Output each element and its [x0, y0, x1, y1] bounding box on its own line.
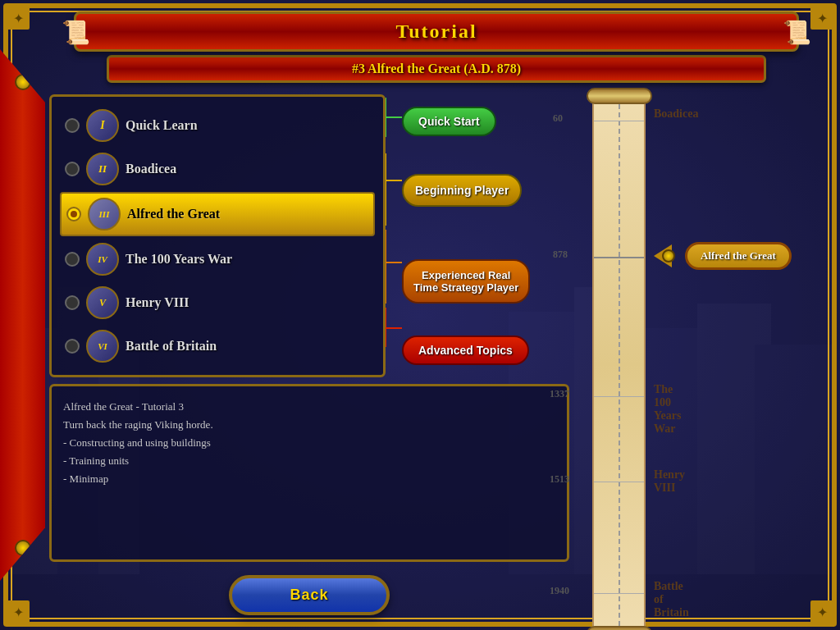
timeline-dotted-line — [619, 96, 620, 630]
btn-experienced[interactable]: Experienced RealTime Strategy Player — [402, 259, 530, 304]
label-quick-learn: Quick Learn — [126, 118, 198, 133]
left-content-area: I Quick Learn II Boadicea III Alfred the… — [49, 94, 569, 622]
tick-878 — [594, 257, 644, 258]
scroll-icon-left: 📜 — [62, 18, 90, 45]
diff-beginning: Beginning Player — [402, 147, 530, 234]
tick-1513 — [594, 482, 644, 482]
radio-boadicea[interactable] — [65, 162, 80, 176]
year-1513: 1513 — [550, 473, 569, 486]
btn-quick-start[interactable]: Quick Start — [402, 107, 496, 136]
year-1337: 1337 — [550, 388, 569, 400]
icon-100years: IV — [86, 243, 119, 276]
diff-experienced: Experienced RealTime Strategy Player — [402, 238, 530, 325]
title-section: 📜 📜 Tutorial #3 Alfred the Great (A.D. 8… — [57, 11, 815, 83]
desc-line-1: Alfred the Great - Tutorial 3 — [63, 400, 184, 413]
name-100years: The 100 Years War — [654, 383, 681, 436]
tutorial-row-2[interactable]: II Boadicea — [60, 148, 375, 189]
diff-quick-start: Quick Start — [402, 99, 530, 144]
icon-alfred: III — [88, 198, 121, 231]
diff-advanced: Advanced Topics — [402, 328, 530, 372]
tutorial-section: I Quick Learn II Boadicea III Alfred the… — [49, 94, 569, 377]
ribbon-decoration — [0, 49, 45, 581]
scroll-roller-top — [587, 88, 652, 104]
corner-tl: ✦ — [7, 7, 30, 30]
bracket-connector — [386, 94, 402, 377]
tick-1337 — [594, 396, 644, 397]
tutorial-row-3[interactable]: III Alfred the Great — [60, 192, 375, 236]
desc-line-4: - Training units — [63, 454, 129, 467]
year-1940: 1940 — [550, 585, 569, 597]
back-button-area: Back — [49, 568, 569, 622]
tutorial-row-1[interactable]: I Quick Learn — [60, 105, 375, 146]
desc-line-2: Turn back the raging Viking horde. — [63, 418, 213, 431]
scroll-parchment — [592, 94, 646, 630]
name-battle: Battle of Britain — [654, 580, 689, 619]
marker-circle-icon — [662, 249, 675, 262]
subtitle-banner: #3 Alfred the Great (A.D. 878) — [107, 55, 766, 83]
timeline-section: 60 878 1337 1513 1940 Boadicea Alfred th… — [584, 94, 830, 622]
year-878: 878 — [553, 249, 568, 261]
alfred-marker-container: Alfred the Great — [654, 242, 792, 270]
radio-alfred[interactable] — [66, 207, 81, 221]
scroll-roller-bottom — [587, 626, 652, 630]
description-text: Alfred the Great - Tutorial 3 Turn back … — [63, 398, 555, 488]
label-alfred: Alfred the Great — [127, 207, 220, 221]
description-box: Alfred the Great - Tutorial 3 Turn back … — [49, 384, 569, 562]
btn-beginning[interactable]: Beginning Player — [402, 174, 522, 207]
radio-quick-learn[interactable] — [65, 118, 80, 133]
tutorial-row-6[interactable]: VI Battle of Britain — [60, 326, 375, 367]
desc-line-3: - Constructing and using buildings — [63, 436, 211, 449]
page-title: Tutorial — [395, 21, 477, 42]
year-60: 60 — [553, 112, 563, 125]
back-button[interactable]: Back — [229, 575, 389, 615]
tutorial-list: I Quick Learn II Boadicea III Alfred the… — [49, 94, 386, 377]
alfred-active-label: Alfred the Great — [685, 242, 792, 270]
icon-boadicea: II — [86, 153, 119, 185]
label-battle: Battle of Britain — [126, 339, 217, 354]
corner-bl: ✦ — [7, 600, 30, 623]
desc-line-5: - Minimap — [63, 472, 108, 485]
scroll-body — [592, 94, 646, 630]
corner-br: ✦ — [810, 600, 833, 623]
arrow-icon — [654, 244, 672, 267]
tutorial-row-4[interactable]: IV The 100 Years War — [60, 239, 375, 280]
icon-quick-learn: I — [86, 109, 119, 142]
label-100years: The 100 Years War — [126, 252, 232, 267]
label-boadicea: Boadicea — [126, 162, 176, 176]
name-boadicea: Boadicea — [654, 107, 698, 121]
tick-1940 — [594, 593, 644, 594]
scroll-icon-right: 📜 — [783, 18, 811, 45]
btn-advanced[interactable]: Advanced Topics — [402, 336, 529, 365]
label-henry: Henry VIII — [126, 295, 189, 310]
subtitle-text: #3 Alfred the Great (A.D. 878) — [352, 62, 521, 75]
icon-henry: V — [86, 286, 119, 319]
difficulty-buttons: Quick Start Beginning Player Experienced… — [402, 94, 530, 377]
radio-henry[interactable] — [65, 295, 80, 310]
title-banner: 📜 📜 Tutorial — [74, 11, 799, 52]
tick-60 — [594, 121, 644, 121]
radio-battle[interactable] — [65, 339, 80, 354]
name-henry: Henry VIII — [654, 468, 685, 495]
corner-tr: ✦ — [810, 7, 833, 30]
timeline-container: 60 878 1337 1513 1940 Boadicea Alfred th… — [584, 94, 830, 622]
icon-battle: VI — [86, 330, 119, 363]
radio-100years[interactable] — [65, 252, 80, 267]
tutorial-row-5[interactable]: V Henry VIII — [60, 282, 375, 323]
